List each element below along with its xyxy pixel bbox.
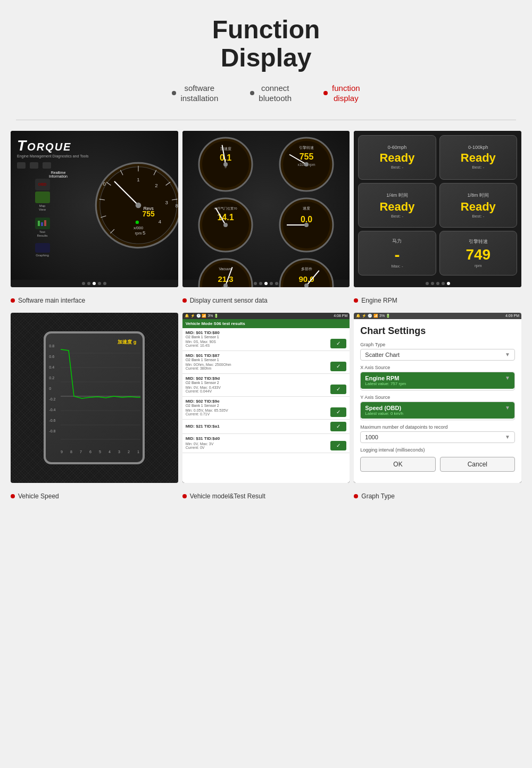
sidebar-map: MapView	[17, 191, 68, 212]
perf-title-4: 马力	[392, 238, 402, 245]
y-axis-value: Speed (OBD)	[365, 405, 401, 411]
label-text-2: Display current sensor data	[190, 297, 268, 304]
perf-title-5: 引擎转速	[469, 238, 488, 245]
label-vehicle-speed: Vehicle Speed	[11, 492, 178, 500]
obd-mid-5: MID: $31 TID:$d0	[186, 436, 347, 441]
svg-rect-1	[41, 222, 43, 226]
panel-chart-settings: 🔔 ⚡ 🕐 📶 3% 🔋 4:09 PM Chart Settings Grap…	[354, 313, 521, 483]
x-axis-dropdown[interactable]: Engine RPM ▼ Latest value: 757 rpm	[361, 372, 514, 389]
ok-cancel-row: OK Cancel	[360, 457, 515, 472]
gauge-vacuum: Vacuum 21.3 in/Hg	[187, 256, 265, 287]
perf-title-2: 1/4m 时间	[386, 192, 408, 199]
svg-point-23	[135, 220, 138, 223]
y-axis-sub: Latest value: 0 km/h	[365, 411, 510, 416]
chart-header-bar: 🔔 ⚡ 🕐 📶 3% 🔋 4:09 PM	[354, 313, 521, 319]
graph-type-arrow: ▼	[505, 352, 510, 357]
svg-rect-0	[38, 221, 40, 226]
status-time: 4:08 PM	[334, 314, 347, 318]
perf-sub-5: rpm	[475, 263, 482, 268]
perf-value-3: Ready	[461, 200, 496, 214]
svg-text:引擎转速: 引擎转速	[299, 146, 314, 150]
svg-text:2: 2	[128, 450, 130, 454]
y-axis-dropdown[interactable]: Speed (OBD) ▼ Latest value: 0 km/h	[361, 402, 514, 419]
max-points-value: 1000	[365, 434, 378, 440]
svg-point-25	[135, 202, 141, 208]
torque-panel: Torque Engine Management Diagnostics and…	[11, 131, 178, 280]
x-axis-arrow: ▼	[505, 375, 510, 381]
obd-item-4: MID: $21 TID:$a1 ✓	[182, 420, 350, 434]
svg-text:0: 0	[103, 180, 105, 186]
obd-item-0: MID: $01 TID:$80 O2 Bank 1 Sensor 1 Min:…	[182, 328, 350, 351]
header-divider	[16, 120, 516, 120]
obd-values-0: Min: 0S, Max: 90SCurrent: 10.4S	[186, 340, 216, 347]
svg-point-53	[304, 223, 309, 227]
chart-settings-body: Chart Settings Graph Type Scatter Chart …	[354, 319, 521, 478]
perf-grid: 0-60mph Ready Best: - 0-100kph Ready Bes…	[354, 131, 521, 280]
y-axis-labels: 0.80.60.40.20-0.2-0.4-0.6-0.8	[49, 341, 55, 437]
svg-text:3: 3	[118, 450, 120, 454]
step-dot-3	[323, 91, 328, 95]
label-engine-rpm: Engine RPM	[354, 297, 521, 304]
icon-truck	[43, 162, 51, 169]
y-axis-arrow: ▼	[505, 405, 510, 411]
cancel-button[interactable]: Cancel	[440, 457, 515, 472]
svg-text:1: 1	[137, 177, 139, 182]
graph-label: Graphing	[36, 254, 49, 257]
svg-text:6: 6	[89, 450, 92, 454]
panel-torque-main: Torque Engine Management Diagnostics and…	[11, 131, 178, 287]
perf-value-0: Ready	[379, 151, 414, 165]
icon-phone	[17, 162, 26, 169]
dot-4	[442, 282, 445, 285]
sidebar-graph: Graphing	[17, 243, 68, 257]
x-axis-value: Engine RPM	[365, 375, 399, 381]
svg-text:5: 5	[99, 450, 101, 454]
svg-text:4: 4	[109, 450, 111, 454]
dot-2	[431, 282, 434, 285]
svg-text:3: 3	[165, 199, 168, 205]
panel-multi-gauge: 加速度 0.1 g 引擎转速 755 x1000 rpm	[182, 131, 350, 287]
svg-text:8: 8	[70, 450, 72, 454]
check-btn-3: ✓	[330, 407, 346, 417]
label-text-5: Vehicle model&Test Result	[190, 492, 265, 500]
check-btn-0: ✓	[330, 339, 346, 348]
step-label-3: functiondisplay	[332, 83, 360, 104]
dot-5	[103, 282, 106, 285]
top-labels-row: Software main interface Display current …	[0, 293, 532, 313]
perf-eighth-mile: 1/8m 时间 Ready Best: -	[439, 183, 517, 228]
svg-text:2: 2	[155, 182, 157, 188]
graph-type-dropdown[interactable]: Scatter Chart ▼	[360, 349, 515, 361]
dots-panel3	[354, 280, 521, 287]
label-dot-6	[354, 494, 358, 498]
label-dot-4	[11, 494, 15, 498]
obd-mid-1: MID: $01 TID:$87	[186, 353, 347, 358]
dot-4	[98, 282, 101, 285]
svg-text:755: 755	[142, 210, 154, 218]
step-function-display: functiondisplay	[323, 83, 360, 104]
dot-1	[82, 282, 85, 285]
big-rpm-gauge: 1 2 3 4 5 Revs 755 x/000 rpm 8	[93, 160, 178, 251]
svg-text:7: 7	[80, 450, 82, 454]
perf-title-0: 0-60mph	[388, 145, 407, 150]
interval-label: Logging interval (milliseconds)	[360, 447, 515, 453]
dot-2	[87, 282, 90, 285]
perf-title-1: 0-100kph	[468, 145, 488, 150]
label-dot-2	[182, 298, 187, 303]
svg-text:加速度: 加速度	[220, 147, 231, 151]
chart-status-icons: 🔔 ⚡ 🕐 📶 3% 🔋	[356, 314, 390, 318]
page-header: Function Display softwareinstallation co…	[0, 0, 532, 114]
obd-header-bar: Vehicle Mode S06 test results	[182, 319, 350, 328]
map-icon	[35, 191, 50, 203]
panel-obd-test: 🔔 ⚡ 🕐 📶 3% 🔋 4:08 PM Vehicle Mode S06 te…	[182, 313, 350, 483]
graph-type-label: Graph Type	[360, 342, 515, 347]
ok-button[interactable]: OK	[360, 457, 435, 472]
perf-sub-3: Best: -	[472, 214, 484, 219]
dot-3	[93, 282, 96, 285]
gauge-throttle: 40节气门位置70 14.1	[187, 196, 265, 254]
max-points-dropdown[interactable]: 1000 ▼	[360, 431, 515, 443]
sidebar-test: TestResults	[17, 218, 68, 238]
perf-sub-2: Best: -	[391, 214, 403, 219]
obd-mid-4: MID: $21 TID:$a1	[186, 424, 220, 429]
svg-text:5: 5	[143, 230, 145, 236]
svg-text:755: 755	[299, 152, 313, 161]
bottom-labels-row: Vehicle Speed Vehicle model&Test Result …	[0, 488, 532, 508]
